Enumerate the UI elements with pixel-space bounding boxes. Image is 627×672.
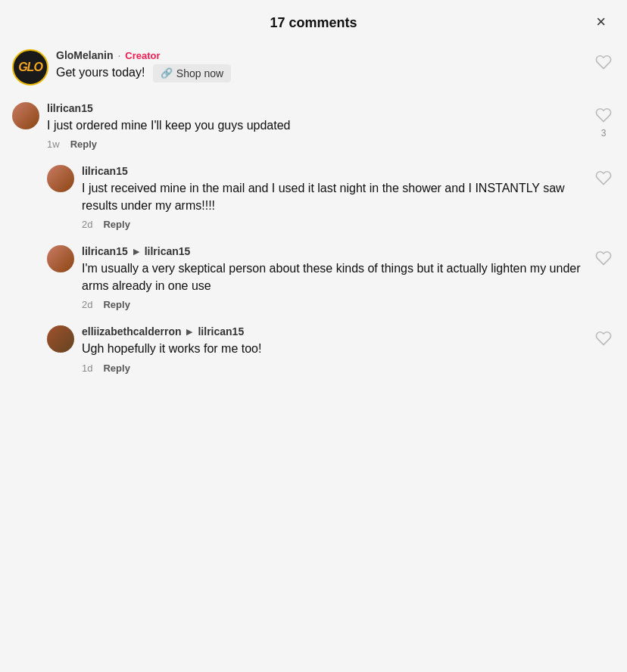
username: elliizabethcalderron bbox=[82, 325, 181, 338]
creator-badge: Creator bbox=[125, 50, 160, 61]
like-area bbox=[592, 165, 615, 189]
comment-text: I just received mine in the mail and I u… bbox=[82, 179, 585, 214]
comment-footer: 1d Reply bbox=[82, 362, 585, 374]
comments-list: GLO GloMelanin · Creator Get yours today… bbox=[0, 43, 627, 407]
like-button[interactable] bbox=[592, 327, 615, 350]
like-area bbox=[592, 325, 615, 350]
username: lilrican15 bbox=[82, 245, 128, 257]
comment-time: 1w bbox=[47, 138, 60, 150]
heart-icon bbox=[595, 54, 612, 70]
like-button[interactable] bbox=[592, 247, 615, 269]
like-area: 3 bbox=[592, 102, 615, 138]
comment-item: GLO GloMelanin · Creator Get yours today… bbox=[12, 49, 615, 87]
comment-time: 2d bbox=[82, 219, 92, 230]
avatar bbox=[47, 165, 74, 192]
comment-footer: 2d Reply bbox=[82, 219, 585, 230]
comments-panel: 17 comments × GLO GloMelanin · Creator G… bbox=[0, 0, 627, 672]
comment-text: Ugh hopefully it works for me too! bbox=[82, 340, 585, 357]
like-button[interactable] bbox=[592, 166, 615, 189]
username: lilrican15 bbox=[47, 102, 93, 114]
reply-arrow-icon: ▶ bbox=[186, 327, 192, 337]
like-button[interactable] bbox=[592, 104, 615, 126]
shop-now-button[interactable]: 🔗 Shop now bbox=[153, 64, 231, 82]
like-button[interactable] bbox=[592, 51, 615, 73]
heart-icon bbox=[595, 170, 612, 186]
comment-meta: lilrican15 ▶ lilrican15 bbox=[82, 245, 585, 257]
comment-item: lilrican15 ▶ lilrican15 I'm usually a ve… bbox=[47, 245, 615, 310]
comment-meta: lilrican15 bbox=[82, 165, 585, 177]
heart-icon bbox=[595, 250, 612, 266]
comment-text: I'm usually a very skeptical person abou… bbox=[82, 260, 585, 294]
reply-to-username: lilrican15 bbox=[198, 325, 244, 338]
like-count: 3 bbox=[601, 128, 607, 138]
comment-item: lilrican15 I just received mine in the m… bbox=[47, 165, 615, 230]
comment-item: lilrican15 I just ordered mine I'll keep… bbox=[12, 102, 615, 150]
username: lilrican15 bbox=[82, 165, 128, 177]
comment-item: elliizabethcalderron ▶ lilrican15 Ugh ho… bbox=[47, 325, 615, 373]
reply-arrow-icon: ▶ bbox=[133, 247, 139, 257]
close-button[interactable]: × bbox=[593, 11, 609, 33]
comment-text: Get yours today! 🔗 Shop now bbox=[56, 64, 585, 82]
comments-header: 17 comments × bbox=[0, 0, 627, 43]
avatar bbox=[47, 245, 74, 272]
avatar bbox=[47, 325, 74, 353]
heart-icon bbox=[595, 330, 612, 347]
link-icon: 🔗 bbox=[161, 67, 173, 79]
comment-time: 2d bbox=[82, 299, 92, 310]
header-title: 17 comments bbox=[270, 15, 357, 31]
comment-body: lilrican15 I just received mine in the m… bbox=[82, 165, 585, 230]
heart-icon bbox=[595, 107, 612, 123]
comment-time: 1d bbox=[82, 362, 92, 374]
comment-footer: 1w Reply bbox=[47, 138, 585, 150]
avatar: GLO bbox=[12, 49, 48, 86]
reply-button[interactable]: Reply bbox=[103, 362, 129, 374]
comment-meta: GloMelanin · Creator bbox=[56, 49, 585, 61]
comment-footer: 2d Reply bbox=[82, 299, 585, 310]
comment-body: lilrican15 I just ordered mine I'll keep… bbox=[47, 102, 585, 150]
like-area bbox=[592, 245, 615, 269]
comment-body: lilrican15 ▶ lilrican15 I'm usually a ve… bbox=[82, 245, 585, 310]
comment-text: I just ordered mine I'll keep you guys u… bbox=[47, 117, 585, 134]
avatar bbox=[12, 102, 39, 129]
reply-button[interactable]: Reply bbox=[103, 299, 129, 310]
like-area bbox=[592, 49, 615, 73]
comment-body: GloMelanin · Creator Get yours today! 🔗 … bbox=[56, 49, 585, 87]
shop-now-label: Shop now bbox=[176, 67, 223, 79]
comment-meta: elliizabethcalderron ▶ lilrican15 bbox=[82, 325, 585, 338]
comment-body: elliizabethcalderron ▶ lilrican15 Ugh ho… bbox=[82, 325, 585, 373]
username: GloMelanin bbox=[56, 49, 113, 61]
comment-meta: lilrican15 bbox=[47, 102, 585, 114]
reply-button[interactable]: Reply bbox=[103, 219, 129, 230]
reply-button[interactable]: Reply bbox=[70, 138, 97, 150]
reply-to-username: lilrican15 bbox=[145, 245, 191, 257]
